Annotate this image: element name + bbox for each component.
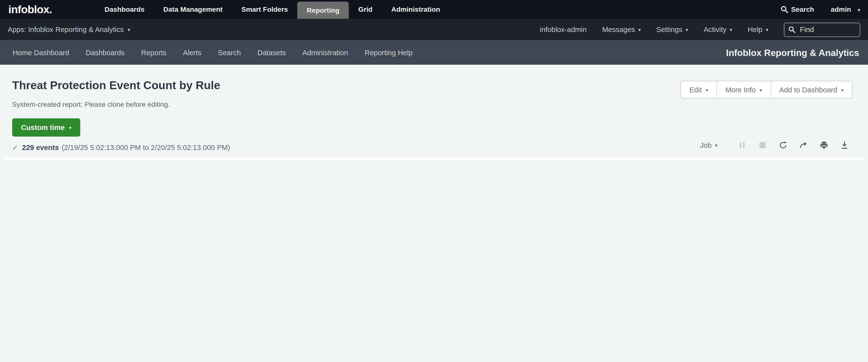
stop-button[interactable] xyxy=(752,142,773,148)
topbar-right: Search admin ▾ xyxy=(780,6,860,13)
download-icon xyxy=(840,141,849,149)
topnav-item-dashboards[interactable]: Dashboards xyxy=(95,0,154,19)
custom-time-label: Custom time xyxy=(21,123,65,132)
report-actions: Edit▾More Info▾Add to Dashboard▾ xyxy=(680,81,852,98)
edit-button[interactable]: Edit▾ xyxy=(681,81,716,98)
app-title: Infoblox Reporting & Analytics xyxy=(726,47,859,58)
print-icon xyxy=(820,141,828,149)
product-top-bar: infoblox. DashboardsData ManagementSmart… xyxy=(0,0,868,19)
menu-activity[interactable]: Activity▾ xyxy=(704,25,732,34)
menu-help[interactable]: Help▾ xyxy=(748,25,768,34)
product-nav: DashboardsData ManagementSmart FoldersRe… xyxy=(95,0,450,19)
job-toolbar: Job ▾ xyxy=(700,141,855,149)
bar-chart-panel: 2505007501,0001,250130900300130400210130… xyxy=(4,157,864,160)
account-menu-infoblox-admin[interactable]: infoblox-admin xyxy=(540,25,587,34)
infoblox-reporting-page: infoblox. DashboardsData ManagementSmart… xyxy=(0,0,868,160)
job-menu-label: Job xyxy=(700,141,712,149)
share-icon xyxy=(799,141,808,149)
global-search-button[interactable]: Search xyxy=(780,6,814,13)
infoblox-logo: infoblox. xyxy=(8,3,52,15)
custom-time-button[interactable]: Custom time ▾ xyxy=(12,119,81,137)
find-search-box[interactable] xyxy=(784,23,860,37)
menu-messages[interactable]: Messages▾ xyxy=(602,25,641,34)
menu-settings[interactable]: Settings▾ xyxy=(656,25,688,34)
print-button[interactable] xyxy=(814,141,834,149)
more-info-button[interactable]: More Info▾ xyxy=(716,81,770,98)
reload-button[interactable] xyxy=(773,141,794,149)
search-status-row: ✓ 229 events (2/19/25 5:02:13.000 PM to … xyxy=(12,143,230,152)
nav-item-home-dashboard[interactable]: Home Dashboard xyxy=(4,48,78,57)
reporting-nav-items: Home DashboardDashboardsReportsAlertsSea… xyxy=(0,48,421,57)
search-icon xyxy=(780,6,788,13)
caret-down-icon: ▾ xyxy=(766,27,768,33)
export-button[interactable] xyxy=(834,141,855,149)
nav-item-datasets[interactable]: Datasets xyxy=(249,48,294,57)
events-time-range: (2/19/25 5:02:13.000 PM to 2/20/25 5:02:… xyxy=(62,143,230,152)
topnav-item-smart-folders[interactable]: Smart Folders xyxy=(232,0,297,19)
share-button[interactable] xyxy=(793,141,814,149)
caret-down-icon: ▾ xyxy=(858,7,860,12)
caret-down-icon: ▾ xyxy=(715,143,717,148)
topnav-item-grid[interactable]: Grid xyxy=(349,0,382,19)
menu-label-help: Help xyxy=(748,25,763,34)
pause-icon xyxy=(739,142,745,148)
caret-down-icon: ▾ xyxy=(128,27,130,33)
add-to-dashboard-button[interactable]: Add to Dashboard▾ xyxy=(770,81,852,98)
topnav-item-reporting[interactable]: Reporting xyxy=(297,2,349,19)
user-name: admin xyxy=(831,6,851,13)
find-input[interactable] xyxy=(799,25,845,34)
more-info-label: More Info xyxy=(725,86,755,94)
job-menu[interactable]: Job ▾ xyxy=(700,141,717,149)
topnav-item-administration[interactable]: Administration xyxy=(382,0,450,19)
nav-item-alerts[interactable]: Alerts xyxy=(175,48,210,57)
nav-item-search[interactable]: Search xyxy=(210,48,249,57)
caret-down-icon: ▾ xyxy=(686,27,688,33)
nav-item-administration[interactable]: Administration xyxy=(294,48,356,57)
caret-down-icon: ▾ xyxy=(638,27,641,33)
success-check-icon: ✓ xyxy=(12,143,18,152)
caret-down-icon: ▾ xyxy=(730,27,732,33)
stop-icon xyxy=(760,142,766,148)
report-title: Threat Protection Event Count by Rule xyxy=(12,78,220,92)
menu-label-activity: Activity xyxy=(704,25,726,34)
nav-item-dashboards[interactable]: Dashboards xyxy=(78,48,133,57)
global-search-label: Search xyxy=(791,6,814,13)
pause-button[interactable] xyxy=(732,142,752,148)
appbar-menus: infoblox-admin Messages▾Settings▾Activit… xyxy=(540,23,860,37)
caret-down-icon: ▾ xyxy=(69,125,71,131)
nav-item-reports[interactable]: Reports xyxy=(133,48,175,57)
caret-down-icon: ▾ xyxy=(841,87,843,93)
reload-icon xyxy=(779,141,787,149)
splunk-app-bar: Apps: Infoblox Reporting & Analytics ▾ i… xyxy=(0,19,868,40)
nav-item-reporting-help[interactable]: Reporting Help xyxy=(356,48,421,57)
apps-selector-label: Apps: Infoblox Reporting & Analytics xyxy=(8,25,124,34)
report-subtitle: System-created report: Please clone befo… xyxy=(12,101,170,108)
edit-label: Edit xyxy=(689,86,702,94)
search-icon xyxy=(788,26,795,33)
add-to-dashboard-label: Add to Dashboard xyxy=(779,86,837,94)
menu-label-messages: Messages xyxy=(602,25,635,34)
topnav-item-data-management[interactable]: Data Management xyxy=(154,0,232,19)
menu-label-settings: Settings xyxy=(656,25,682,34)
caret-down-icon: ▾ xyxy=(706,87,708,93)
caret-down-icon: ▾ xyxy=(760,87,762,93)
account-menu-label: infoblox-admin xyxy=(540,25,587,34)
user-menu[interactable]: admin ▾ xyxy=(831,6,861,13)
events-count: 229 events xyxy=(22,143,59,152)
reporting-nav-bar: Home DashboardDashboardsReportsAlertsSea… xyxy=(0,40,868,65)
apps-selector[interactable]: Apps: Infoblox Reporting & Analytics ▾ xyxy=(8,25,130,34)
